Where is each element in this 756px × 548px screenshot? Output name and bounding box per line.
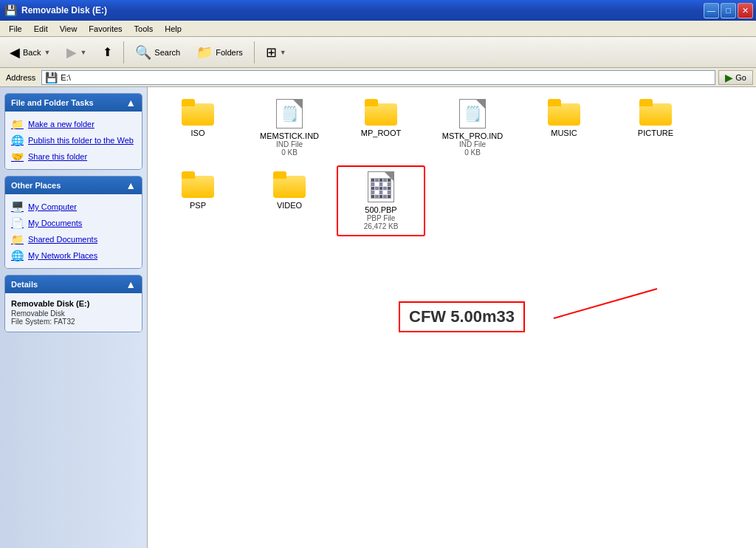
forward-dropdown-icon[interactable]: ▼ bbox=[80, 49, 86, 56]
file-item-memstick[interactable]: 🗒️ MEMSTICK.IND IND File 0 KB bbox=[245, 93, 334, 162]
shared-documents-link[interactable]: 📁 Shared Documents bbox=[8, 231, 139, 247]
file-name-mstk-pro: MSTK_PRO.IND bbox=[442, 131, 504, 140]
my-documents-icon: 📄 bbox=[11, 217, 24, 229]
menu-bar: File Edit View Favorites Tools Help bbox=[0, 21, 756, 37]
details-header[interactable]: Details ▲ bbox=[5, 275, 142, 293]
file-folder-tasks-collapse[interactable]: ▲ bbox=[126, 97, 136, 109]
my-network-icon: 🌐 bbox=[11, 250, 24, 261]
folders-button[interactable]: 📁 Folders bbox=[190, 40, 250, 65]
file-detail-pbp500: PBP File bbox=[367, 214, 396, 222]
back-label: Back bbox=[23, 48, 41, 57]
file-item-mp-root[interactable]: MP_ROOT bbox=[337, 93, 425, 162]
share-folder-icon: 🤝 bbox=[11, 151, 24, 162]
share-folder-link[interactable]: 🤝 Share this folder bbox=[8, 148, 139, 165]
file-view: ISO 🗒️ MEMSTICK.IND IND File 0 KB MP_ROO… bbox=[148, 87, 756, 548]
share-folder-label: Share this folder bbox=[28, 152, 87, 161]
details-collapse[interactable]: ▲ bbox=[126, 278, 136, 290]
details-filesystem: File System: FAT32 bbox=[11, 318, 136, 326]
views-button[interactable]: ⊞ ▼ bbox=[259, 40, 293, 65]
back-dropdown-icon[interactable]: ▼ bbox=[44, 49, 50, 56]
title-text: Removable Disk (E:) bbox=[21, 5, 107, 16]
file-detail-memstick: IND File bbox=[276, 140, 303, 148]
file-folder-tasks-header[interactable]: File and Folder Tasks ▲ bbox=[5, 94, 142, 112]
details-drive-type: Removable Disk bbox=[11, 309, 136, 318]
file-item-picture[interactable]: PICTURE bbox=[611, 93, 700, 162]
details-title: Details bbox=[11, 280, 38, 289]
file-item-psp[interactable]: PSP bbox=[154, 165, 242, 236]
file-detail-mstk-pro-size: 0 KB bbox=[464, 148, 481, 157]
maximize-button[interactable]: □ bbox=[721, 3, 736, 18]
menu-view[interactable]: View bbox=[54, 23, 83, 35]
file-detail-pbp500-size: 26,472 KB bbox=[364, 222, 399, 230]
other-places-collapse[interactable]: ▲ bbox=[126, 179, 136, 191]
file-name-psp: PSP bbox=[190, 201, 206, 210]
file-item-music[interactable]: MUSIC bbox=[520, 93, 608, 162]
my-network-places-label: My Network Places bbox=[28, 251, 97, 260]
my-computer-link[interactable]: 🖥️ My Computer bbox=[8, 199, 139, 215]
my-documents-link[interactable]: 📄 My Documents bbox=[8, 215, 139, 231]
menu-favorites[interactable]: Favorites bbox=[83, 23, 128, 35]
my-documents-label: My Documents bbox=[28, 219, 82, 227]
search-label: Search bbox=[154, 48, 180, 57]
file-name-picture: PICTURE bbox=[638, 129, 673, 137]
file-detail-memstick-size: 0 KB bbox=[281, 148, 298, 157]
file-folder-tasks-body: 📁 Make a new folder 🌐 Publish this folde… bbox=[5, 112, 142, 169]
title-left: 💾 Removable Disk (E:) bbox=[4, 4, 107, 16]
toolbar: ◀ Back ▼ ▶ ▼ ⬆ 🔍 Search 📁 Folders ⊞ ▼ bbox=[0, 37, 756, 68]
details-drive-name: Removable Disk (E:) bbox=[11, 299, 136, 308]
file-name-mp-root: MP_ROOT bbox=[361, 129, 401, 137]
other-places-title: Other Places bbox=[11, 181, 61, 190]
title-bar: 💾 Removable Disk (E:) — □ ✕ bbox=[0, 0, 756, 21]
publish-folder-link[interactable]: 🌐 Publish this folder to the Web bbox=[8, 132, 139, 148]
file-item-iso[interactable]: ISO bbox=[154, 93, 242, 162]
file-item-mstk-pro[interactable]: 🗒️ MSTK_PRO.IND IND File 0 KB bbox=[428, 93, 517, 162]
shared-documents-label: Shared Documents bbox=[28, 235, 97, 244]
my-computer-label: My Computer bbox=[28, 202, 77, 211]
file-detail-mstk-pro: IND File bbox=[459, 140, 486, 148]
file-item-video[interactable]: VIDEO bbox=[245, 165, 334, 236]
file-name-iso: ISO bbox=[191, 129, 205, 137]
address-label: Address bbox=[3, 73, 38, 82]
other-places-body: 🖥️ My Computer 📄 My Documents 📁 Shared D… bbox=[5, 194, 142, 268]
publish-folder-icon: 🌐 bbox=[11, 134, 24, 146]
file-name-music: MUSIC bbox=[551, 129, 577, 137]
address-input[interactable]: 💾 E:\ bbox=[41, 70, 715, 85]
menu-edit[interactable]: Edit bbox=[28, 23, 54, 35]
close-button[interactable]: ✕ bbox=[738, 3, 753, 18]
shared-documents-icon: 📁 bbox=[11, 233, 24, 245]
search-button[interactable]: 🔍 Search bbox=[128, 40, 187, 65]
details-section: Details ▲ Removable Disk (E:) Removable … bbox=[4, 275, 142, 332]
my-network-places-link[interactable]: 🌐 My Network Places bbox=[8, 247, 139, 264]
address-value: E:\ bbox=[61, 73, 70, 82]
file-name-memstick: MEMSTICK.IND bbox=[260, 131, 319, 140]
toolbar-separator-2 bbox=[254, 41, 255, 64]
other-places-header[interactable]: Other Places ▲ bbox=[5, 177, 142, 194]
up-button[interactable]: ⬆ bbox=[96, 40, 119, 65]
files-grid: ISO 🗒️ MEMSTICK.IND IND File 0 KB MP_ROO… bbox=[154, 93, 750, 236]
menu-help[interactable]: Help bbox=[159, 23, 188, 35]
menu-tools[interactable]: Tools bbox=[128, 23, 159, 35]
address-bar: Address 💾 E:\ ▶ Go bbox=[0, 68, 756, 87]
toolbar-separator-1 bbox=[123, 41, 124, 64]
forward-button[interactable]: ▶ ▼ bbox=[60, 40, 93, 65]
cfw-arrow-line bbox=[554, 289, 657, 318]
folders-label: Folders bbox=[216, 48, 243, 57]
make-new-folder-icon: 📁 bbox=[11, 118, 24, 130]
go-button[interactable]: ▶ Go bbox=[718, 70, 753, 85]
other-places-section: Other Places ▲ 🖥️ My Computer 📄 My Docum… bbox=[4, 176, 142, 269]
file-name-video: VIDEO bbox=[277, 201, 302, 210]
back-button[interactable]: ◀ Back ▼ bbox=[3, 40, 57, 65]
details-body: Removable Disk (E:) Removable Disk File … bbox=[5, 293, 142, 332]
make-new-folder-link[interactable]: 📁 Make a new folder bbox=[8, 116, 139, 132]
title-buttons: — □ ✕ bbox=[704, 3, 753, 18]
my-computer-icon: 🖥️ bbox=[11, 201, 24, 213]
file-item-pbp500[interactable]: 500.PBP PBP File 26,472 KB bbox=[337, 165, 425, 236]
go-label: Go bbox=[735, 73, 746, 82]
menu-file[interactable]: File bbox=[3, 23, 28, 35]
file-name-pbp500: 500.PBP bbox=[365, 205, 396, 214]
minimize-button[interactable]: — bbox=[704, 3, 719, 18]
make-new-folder-label: Make a new folder bbox=[28, 120, 94, 129]
title-icon: 💾 bbox=[4, 4, 17, 16]
publish-folder-label: Publish this folder to the Web bbox=[28, 136, 134, 145]
views-dropdown-icon[interactable]: ▼ bbox=[280, 49, 286, 56]
